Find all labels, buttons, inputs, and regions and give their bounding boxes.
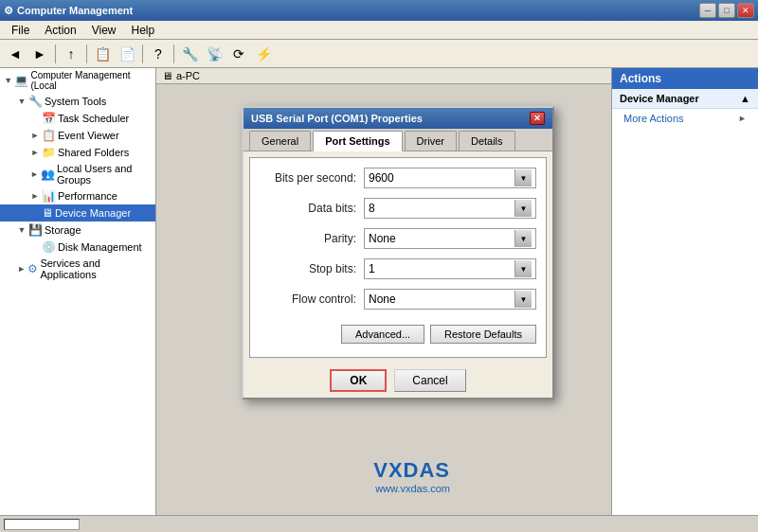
local-users-icon: 👥	[41, 168, 55, 181]
form-row-stop-bits: Stop bits: 1 ▼	[260, 258, 536, 279]
title-bar: ⚙ Computer Management ─ □ ✕	[0, 0, 758, 21]
expand-icon: ▼	[4, 76, 12, 85]
back-button[interactable]: ◄	[4, 43, 27, 65]
title-bar-buttons: ─ □ ✕	[699, 3, 754, 18]
sidebar-label-device-manager: Device Manager	[55, 207, 131, 219]
label-parity: Parity:	[260, 232, 364, 245]
disk-management-icon: 💿	[42, 240, 56, 254]
menu-file[interactable]: File	[4, 22, 37, 39]
watermark-url: www.vxdas.com	[373, 483, 450, 494]
status-bar	[0, 515, 758, 532]
sidebar-item-shared-folders[interactable]: ► 📁 Shared Folders	[0, 144, 155, 161]
sidebar-item-event-viewer[interactable]: ► 📋 Event Viewer	[0, 127, 155, 144]
expand-icon-st: ▼	[17, 97, 27, 106]
menu-bar: File Action View Help	[0, 21, 758, 40]
content-area: 🖥 a-PC USB Serial Port (COM1) Properties…	[156, 68, 611, 515]
sidebar-item-storage[interactable]: ▼ 💾 Storage	[0, 222, 155, 239]
actions-item-label: More Actions	[623, 113, 684, 124]
menu-view[interactable]: View	[84, 22, 124, 39]
tab-driver[interactable]: Driver	[405, 131, 457, 151]
breadcrumb-text: a-PC	[176, 70, 200, 81]
actions-section-device-manager: Device Manager ▲	[612, 89, 758, 109]
dialog-content: Bits per second: 9600 ▼ Data bits: 8 ▼	[249, 157, 547, 358]
menu-action[interactable]: Action	[37, 22, 83, 39]
sidebar-label-system-tools: System Tools	[45, 96, 106, 107]
actions-section-collapse-icon: ▲	[740, 93, 750, 104]
restore-defaults-button[interactable]: Restore Defaults	[430, 325, 536, 344]
ok-button[interactable]: OK	[330, 369, 387, 392]
expand-icon-disk	[30, 242, 40, 252]
sidebar-item-services[interactable]: ► ⚙ Services and Applications	[0, 256, 155, 282]
form-row-parity: Parity: None ▼	[260, 228, 536, 249]
computer-icon: 💻	[14, 74, 28, 87]
label-flow-control: Flow control:	[260, 293, 364, 306]
storage-icon: 💾	[28, 223, 43, 237]
label-data-bits: Data bits:	[260, 202, 364, 215]
sidebar-item-system-tools[interactable]: ▼ 🔧 System Tools	[0, 93, 155, 110]
status-scrollbar[interactable]	[4, 519, 80, 530]
tool5[interactable]: 🔧	[178, 43, 201, 65]
expand-icon-lu: ►	[30, 169, 39, 179]
select-stop-bits[interactable]: 1 ▼	[364, 258, 536, 279]
select-arrow-parity[interactable]: ▼	[514, 230, 532, 247]
tab-details[interactable]: Details	[459, 131, 515, 151]
up-button[interactable]: ↑	[60, 43, 82, 65]
breadcrumb-icon: 🖥	[162, 70, 172, 81]
select-arrow-stop-bits[interactable]: ▼	[514, 260, 532, 277]
sidebar-label-performance: Performance	[58, 190, 117, 202]
sidebar-item-disk-management[interactable]: 💿 Disk Management	[0, 239, 155, 256]
app-icon: ⚙	[4, 5, 13, 17]
dialog-action-buttons: OK Cancel	[244, 364, 552, 398]
tab-general[interactable]: General	[249, 131, 311, 151]
select-value-stop-bits: 1	[369, 262, 375, 275]
select-bits-per-second[interactable]: 9600 ▼	[364, 168, 536, 188]
expand-icon-sf: ►	[30, 148, 40, 157]
actions-panel: Actions Device Manager ▲ More Actions ►	[611, 68, 758, 515]
tool6[interactable]: 📡	[203, 43, 226, 65]
advanced-button[interactable]: Advanced...	[341, 325, 424, 344]
select-arrow-bits[interactable]: ▼	[514, 169, 532, 186]
dialog: USB Serial Port (COM1) Properties ✕ Gene…	[242, 106, 554, 399]
select-flow-control[interactable]: None ▼	[364, 289, 536, 310]
label-bits-per-second: Bits per second:	[260, 171, 364, 185]
expand-icon-ev: ►	[30, 131, 40, 140]
sidebar-item-computer-management[interactable]: ▼ 💻 Computer Management (Local	[0, 68, 155, 93]
toolbar-separator-4	[173, 44, 174, 63]
event-viewer-icon: 📋	[42, 129, 56, 142]
expand-icon-stor: ▼	[17, 225, 27, 235]
dialog-close-button[interactable]: ✕	[530, 112, 545, 125]
sidebar-label-task-scheduler: Task Scheduler	[58, 113, 129, 124]
minimize-button[interactable]: ─	[699, 3, 716, 18]
sidebar-label-storage: Storage	[45, 224, 81, 236]
toolbar-separator-1	[55, 44, 56, 63]
menu-help[interactable]: Help	[124, 22, 163, 39]
sidebar-item-performance[interactable]: ► 📊 Performance	[0, 187, 155, 204]
cancel-button[interactable]: Cancel	[394, 369, 465, 392]
dialog-tabs: General Port Settings Driver Details	[244, 129, 552, 151]
select-data-bits[interactable]: 8 ▼	[364, 198, 536, 219]
maximize-button[interactable]: □	[718, 3, 735, 18]
services-icon: ⚙	[27, 262, 38, 275]
actions-item-more-actions[interactable]: More Actions ►	[612, 109, 758, 128]
breadcrumb: 🖥 a-PC	[156, 68, 611, 84]
dialog-titlebar: USB Serial Port (COM1) Properties ✕	[244, 108, 552, 129]
properties-button[interactable]: 📄	[116, 43, 138, 65]
sidebar-label-computer-management: Computer Management (Local	[30, 70, 152, 91]
tool7[interactable]: ⟳	[227, 43, 250, 65]
tab-port-settings[interactable]: Port Settings	[313, 131, 402, 151]
sidebar-item-task-scheduler[interactable]: 📅 Task Scheduler	[0, 110, 155, 127]
system-tools-icon: 🔧	[28, 95, 43, 108]
select-arrow-flow-control[interactable]: ▼	[514, 291, 532, 308]
sidebar-item-local-users[interactable]: ► 👥 Local Users and Groups	[0, 161, 155, 187]
select-value-data-bits: 8	[369, 202, 375, 215]
sidebar-item-device-manager[interactable]: 🖥 Device Manager	[0, 204, 155, 222]
show-hide-button[interactable]: 📋	[91, 43, 114, 65]
select-value-bits: 9600	[369, 171, 394, 185]
select-arrow-data-bits[interactable]: ▼	[514, 200, 532, 217]
select-parity[interactable]: None ▼	[364, 228, 536, 249]
form-row-bits-per-second: Bits per second: 9600 ▼	[260, 168, 536, 188]
close-button[interactable]: ✕	[737, 3, 754, 18]
forward-button[interactable]: ►	[28, 43, 51, 65]
tool8[interactable]: ⚡	[252, 43, 275, 65]
help-button[interactable]: ?	[147, 43, 170, 65]
